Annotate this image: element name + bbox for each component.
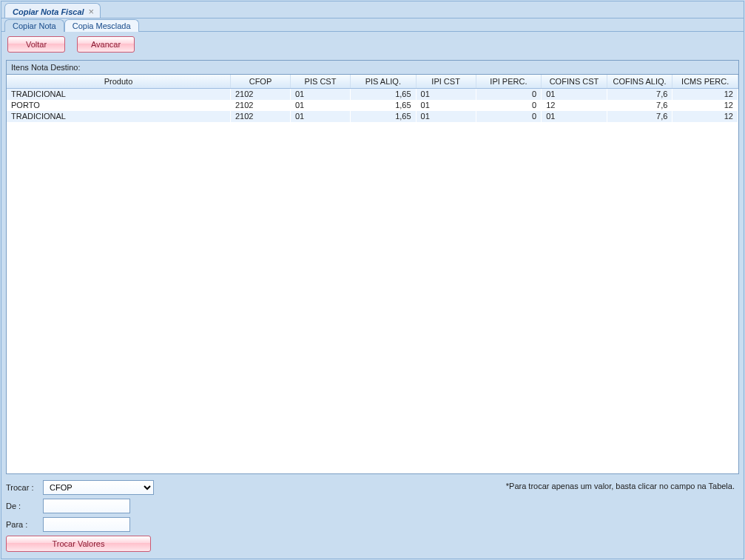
- trocar-select[interactable]: CFOP: [43, 480, 154, 495]
- trocar-label: Trocar :: [6, 483, 43, 492]
- cell[interactable]: 1,65: [351, 89, 417, 100]
- trocar-valores-button[interactable]: Trocar Valores: [6, 536, 151, 552]
- panel: Copiar Nota Copia Mesclada Voltar Avanca…: [1, 18, 744, 559]
- avancar-button[interactable]: Avancar: [77, 36, 135, 53]
- cell[interactable]: 12: [672, 100, 738, 111]
- col-pis-aliq[interactable]: PIS ALIQ.: [351, 75, 417, 89]
- cell[interactable]: 2102: [230, 111, 290, 122]
- para-label: Para :: [6, 520, 43, 529]
- hint-text: *Para trocar apenas um valor, basta clic…: [506, 480, 739, 490]
- cell[interactable]: PORTO: [7, 100, 230, 111]
- cell[interactable]: 7,6: [607, 89, 672, 100]
- cell[interactable]: 12: [672, 111, 738, 122]
- table-row[interactable]: TRADICIONAL2102011,65010017,612: [7, 89, 738, 100]
- table-row[interactable]: PORTO2102011,65010127,612: [7, 100, 738, 111]
- table-title: Itens Nota Destino:: [7, 61, 738, 75]
- cell[interactable]: TRADICIONAL: [7, 111, 230, 122]
- col-cofins-aliq[interactable]: COFINS ALIQ.: [607, 75, 672, 89]
- data-grid[interactable]: Produto CFOP PIS CST PIS ALIQ. IPI CST I…: [7, 75, 738, 473]
- cell[interactable]: 0: [476, 111, 542, 122]
- cell[interactable]: 12: [672, 89, 738, 100]
- col-ipi-cst[interactable]: IPI CST: [416, 75, 476, 89]
- cell[interactable]: 2102: [230, 100, 290, 111]
- cell[interactable]: 1,65: [351, 100, 417, 111]
- cell[interactable]: 01: [542, 111, 607, 122]
- cell[interactable]: 01: [416, 100, 476, 111]
- cell[interactable]: 01: [291, 89, 351, 100]
- cell[interactable]: 12: [542, 100, 607, 111]
- window-tab-strip: Copiar Nota Fiscal ×: [1, 1, 744, 18]
- tab-label: Copia Mesclada: [73, 21, 131, 30]
- de-label: De :: [6, 502, 43, 510]
- table-row[interactable]: TRADICIONAL2102011,65010017,612: [7, 111, 738, 122]
- window-tab-copiar-nota-fiscal[interactable]: Copiar Nota Fiscal ×: [4, 3, 101, 18]
- cell[interactable]: 2102: [230, 89, 290, 100]
- cell[interactable]: 01: [291, 111, 351, 122]
- tab-body: Voltar Avancar Itens Nota Destino: Produ…: [1, 31, 744, 559]
- cell[interactable]: 7,6: [607, 111, 672, 122]
- cell[interactable]: 01: [416, 111, 476, 122]
- para-field[interactable]: [43, 517, 130, 532]
- cell[interactable]: 7,6: [607, 100, 672, 111]
- cell[interactable]: 01: [416, 89, 476, 100]
- window-tab-title: Copiar Nota Fiscal: [13, 7, 84, 16]
- col-cofins-cst[interactable]: COFINS CST: [542, 75, 607, 89]
- cell[interactable]: 01: [542, 89, 607, 100]
- table-header-row: Produto CFOP PIS CST PIS ALIQ. IPI CST I…: [7, 75, 738, 89]
- col-pis-cst[interactable]: PIS CST: [291, 75, 351, 89]
- swap-form: Trocar : CFOP De : Para : Trocar Valores: [6, 480, 154, 552]
- bottom-bar: Trocar : CFOP De : Para : Trocar Valores…: [6, 480, 739, 552]
- de-field[interactable]: [43, 499, 130, 513]
- cell[interactable]: 0: [476, 100, 542, 111]
- sub-tab-strip: Copiar Nota Copia Mesclada: [1, 18, 744, 32]
- col-produto[interactable]: Produto: [7, 75, 230, 89]
- cell[interactable]: 1,65: [351, 111, 417, 122]
- cell[interactable]: TRADICIONAL: [7, 89, 230, 100]
- col-icms-perc[interactable]: ICMS PERC.: [672, 75, 738, 89]
- table-area: Itens Nota Destino: Produto CFOP PIS CST…: [6, 60, 739, 474]
- cell[interactable]: 01: [291, 100, 351, 111]
- toolbar: Voltar Avancar: [6, 36, 739, 53]
- table: Produto CFOP PIS CST PIS ALIQ. IPI CST I…: [7, 75, 738, 122]
- tab-copiar-nota[interactable]: Copiar Nota: [4, 19, 64, 32]
- voltar-button[interactable]: Voltar: [7, 36, 65, 53]
- app-window: Copiar Nota Fiscal × Copiar Nota Copia M…: [1, 1, 744, 559]
- tab-copia-mesclada[interactable]: Copia Mesclada: [64, 19, 139, 32]
- cell[interactable]: 0: [476, 89, 542, 100]
- tab-label: Copiar Nota: [13, 21, 56, 30]
- close-icon[interactable]: ×: [89, 8, 95, 16]
- col-cfop[interactable]: CFOP: [230, 75, 290, 89]
- table-body: TRADICIONAL2102011,65010017,612 PORTO210…: [7, 89, 738, 122]
- col-ipi-perc[interactable]: IPI PERC.: [476, 75, 542, 89]
